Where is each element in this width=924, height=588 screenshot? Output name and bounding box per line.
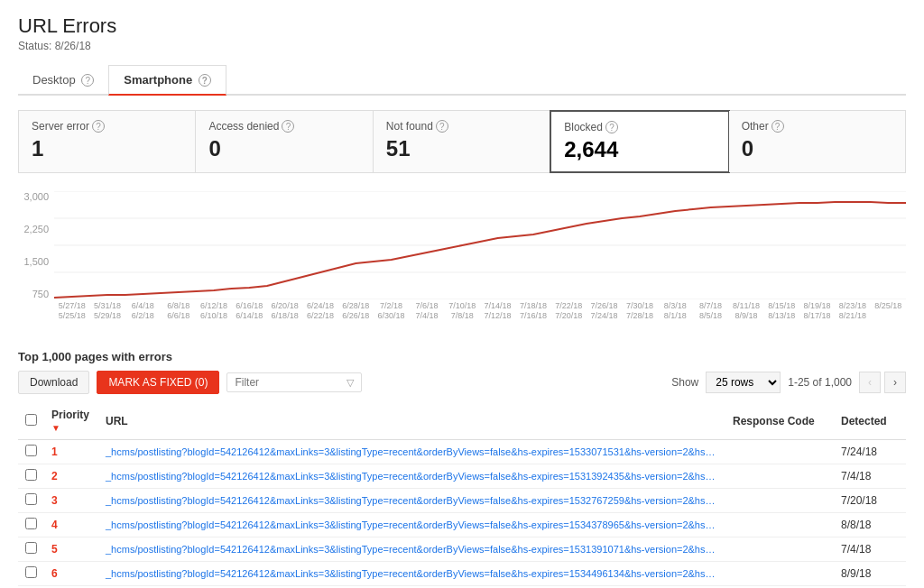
x-label-15: 7/26/187/24/18	[587, 301, 622, 321]
row-checkbox-5	[18, 562, 44, 586]
x-label-7: 6/24/186/22/18	[302, 301, 337, 321]
row-response-3	[725, 513, 834, 537]
metric-card-blocked[interactable]: Blocked ? 2,644	[550, 110, 729, 173]
metric-label-server-error: Server error ?	[32, 120, 182, 133]
help-icon-other[interactable]: ?	[772, 120, 784, 133]
metric-card-other[interactable]: Other ? 0	[729, 111, 905, 172]
page-title: URL Errors	[18, 14, 906, 38]
show-label: Show	[671, 376, 698, 389]
row-checkbox-4	[18, 537, 44, 562]
help-icon-server-error[interactable]: ?	[92, 120, 105, 133]
x-label-9: 7/2/186/30/18	[374, 301, 409, 321]
mark-as-fixed-button[interactable]: MARK AS FIXED (0)	[97, 371, 219, 394]
row-detected-1: 7/4/18	[834, 464, 906, 489]
priority-sort-arrow: ▼	[51, 423, 60, 433]
chart-svg	[54, 191, 906, 299]
metrics-row: Server error ? 1 Access denied ? 0 Not f…	[18, 110, 906, 173]
x-label-8: 6/28/186/26/18	[338, 301, 374, 321]
x-label-0: 5/27/185/25/18	[54, 301, 89, 321]
filter-wrapper: ▽	[226, 372, 362, 392]
help-icon-not-found[interactable]: ?	[436, 120, 448, 133]
table-controls: Download MARK AS FIXED (0) ▽ Show 25 row…	[18, 371, 906, 394]
desktop-help-icon[interactable]: ?	[81, 74, 94, 87]
filter-input[interactable]	[235, 376, 343, 389]
row-url-5[interactable]: _hcms/postlisting?blogId=542126412&maxLi…	[98, 562, 725, 586]
x-label-13: 7/18/187/16/18	[515, 301, 550, 321]
row-select-4[interactable]	[25, 542, 37, 554]
row-select-1[interactable]	[25, 469, 37, 481]
download-button[interactable]: Download	[18, 371, 89, 394]
row-priority-0: 1	[44, 440, 98, 464]
metric-card-access-denied[interactable]: Access denied ? 0	[196, 111, 373, 172]
pagination-controls: ‹ ›	[859, 372, 906, 393]
row-response-4	[725, 537, 834, 562]
table-row: 5 _hcms/postlisting?blogId=542126412&max…	[18, 537, 906, 562]
metric-label-access-denied: Access denied ?	[208, 120, 359, 133]
x-label-1: 5/31/185/29/18	[89, 301, 125, 321]
table-header-row: Priority ▼ URL Response Code Detected	[18, 403, 906, 440]
row-priority-1: 2	[44, 464, 98, 489]
x-label-11: 7/10/187/8/18	[445, 301, 480, 321]
row-checkbox-0	[18, 440, 44, 464]
metric-value-not-found: 51	[386, 136, 537, 161]
th-url: URL	[98, 403, 725, 440]
row-checkbox-2	[18, 489, 44, 513]
x-label-2: 6/4/186/2/18	[125, 301, 161, 321]
next-page-button[interactable]: ›	[884, 372, 906, 393]
row-url-3[interactable]: _hcms/postlisting?blogId=542126412&maxLi…	[98, 513, 725, 537]
x-label-3: 6/8/186/6/18	[161, 301, 196, 321]
row-checkbox-1	[18, 464, 44, 489]
row-checkbox-3	[18, 513, 44, 537]
x-axis-labels: 5/27/185/25/185/31/185/29/186/4/186/2/18…	[18, 301, 906, 321]
tab-smartphone[interactable]: Smartphone ?	[108, 65, 226, 96]
row-detected-2: 7/20/18	[834, 489, 906, 513]
row-priority-2: 3	[44, 489, 98, 513]
th-response-code: Response Code	[725, 403, 834, 440]
errors-table: Priority ▼ URL Response Code Detected 1 …	[18, 403, 906, 588]
y-label-3000: 3,000	[23, 191, 49, 202]
row-select-3[interactable]	[25, 518, 37, 529]
metric-card-not-found[interactable]: Not found ? 51	[374, 111, 550, 172]
row-url-4[interactable]: _hcms/postlisting?blogId=542126412&maxLi…	[98, 537, 725, 562]
table-right-controls: Show 25 rows 50 rows 100 rows 1-25 of 1,…	[671, 372, 906, 393]
row-priority-3: 4	[44, 513, 98, 537]
row-priority-5: 6	[44, 562, 98, 586]
y-label-750: 750	[32, 289, 49, 299]
table-section-title: Top 1,000 pages with errors	[18, 350, 906, 363]
help-icon-access-denied[interactable]: ?	[282, 120, 294, 133]
x-label-6: 6/20/186/18/18	[267, 301, 302, 321]
metric-value-server-error: 1	[32, 136, 182, 161]
row-url-1[interactable]: _hcms/postlisting?blogId=542126412&maxLi…	[98, 464, 725, 489]
rows-per-page-select[interactable]: 25 rows 50 rows 100 rows	[706, 372, 781, 393]
x-label-12: 7/14/187/12/18	[480, 301, 515, 321]
x-label-18: 8/7/188/5/18	[693, 301, 728, 321]
x-label-22: 8/23/188/21/18	[835, 301, 870, 321]
row-detected-0: 7/24/18	[834, 440, 906, 464]
row-detected-3: 8/8/18	[834, 513, 906, 537]
smartphone-help-icon[interactable]: ?	[199, 74, 211, 87]
x-label-20: 8/15/188/13/18	[764, 301, 799, 321]
row-select-2[interactable]	[25, 493, 37, 505]
prev-page-button[interactable]: ‹	[859, 372, 881, 393]
y-label-2250: 2,250	[23, 224, 49, 234]
metric-label-blocked: Blocked ?	[564, 121, 715, 133]
table-row: 6 _hcms/postlisting?blogId=542126412&max…	[18, 562, 906, 586]
metric-label-not-found: Not found ?	[386, 120, 537, 133]
row-select-0[interactable]	[25, 445, 37, 456]
select-all-checkbox[interactable]	[25, 414, 37, 426]
row-url-2[interactable]: _hcms/postlisting?blogId=542126412&maxLi…	[98, 489, 725, 513]
row-priority-4: 5	[44, 537, 98, 562]
th-priority[interactable]: Priority ▼	[44, 403, 98, 440]
row-url-0[interactable]: _hcms/postlisting?blogId=542126412&maxLi…	[98, 440, 725, 464]
th-detected: Detected	[834, 403, 906, 440]
th-checkbox	[18, 403, 44, 440]
pagination-info: 1-25 of 1,000	[788, 376, 852, 389]
tab-desktop[interactable]: Desktop ?	[18, 65, 108, 96]
row-select-5[interactable]	[25, 566, 37, 578]
metric-label-other: Other ?	[742, 120, 892, 133]
table-row: 4 _hcms/postlisting?blogId=542126412&max…	[18, 513, 906, 537]
help-icon-blocked[interactable]: ?	[605, 121, 618, 133]
metric-value-access-denied: 0	[208, 136, 359, 161]
x-label-5: 6/16/186/14/18	[232, 301, 267, 321]
metric-card-server-error[interactable]: Server error ? 1	[19, 111, 196, 172]
